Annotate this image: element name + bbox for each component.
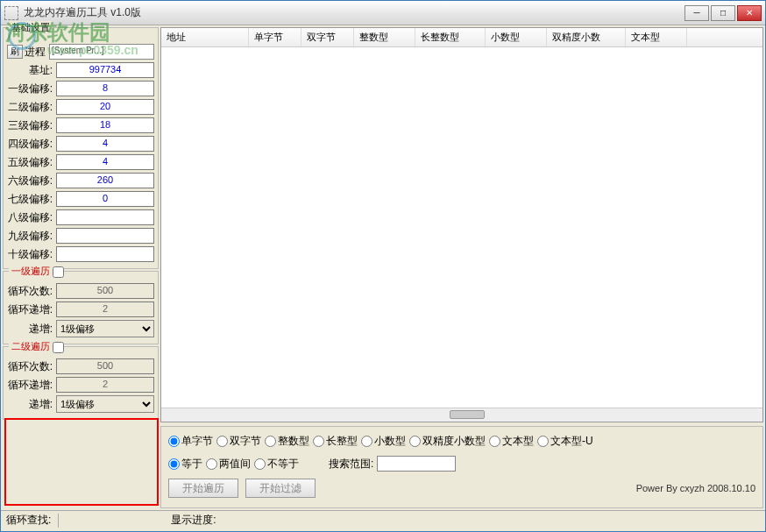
loop-count-input[interactable]: 500	[56, 283, 154, 299]
range-label: 搜索范围:	[329, 457, 373, 472]
offset-label: 十级偏移:	[7, 247, 56, 262]
group-title: 二级遍历	[9, 340, 53, 353]
level2-enable-checkbox[interactable]	[53, 342, 64, 353]
offset-label: 四级偏移:	[7, 137, 56, 152]
process-select[interactable]: [System Pr...]	[49, 44, 154, 60]
column-header[interactable]: 小数型	[486, 28, 547, 46]
offset-input[interactable]: 20	[56, 99, 154, 115]
offset-input[interactable]	[56, 246, 154, 262]
type-radio-2[interactable]: 整数型	[265, 434, 309, 449]
loop-inc-label: 循环递增:	[7, 378, 56, 393]
offset-input[interactable]: 997734	[56, 62, 154, 78]
step-label: 递增:	[7, 397, 56, 412]
status-find-label: 循环查找:	[6, 513, 51, 528]
loop-count-label: 循环次数:	[7, 284, 56, 299]
column-header[interactable]: 文本型	[626, 28, 687, 46]
offset-label: 二级偏移:	[7, 100, 56, 115]
statusbar: 循环查找: 显示进度:	[1, 510, 765, 529]
op-radio-1[interactable]: 两值间	[206, 457, 251, 472]
step-label: 递增:	[7, 322, 56, 337]
minimize-button[interactable]: ─	[684, 5, 709, 21]
op-radio-0[interactable]: 等于	[168, 457, 202, 472]
type-radio-0[interactable]: 单字节	[168, 434, 213, 449]
base-settings-group: 基础设置 刷 进程 [System Pr...] 基址:997734一级偏移:8…	[3, 27, 159, 269]
type-radio-3[interactable]: 长整型	[313, 434, 358, 449]
step-select[interactable]: 1级偏移	[56, 320, 154, 337]
column-header[interactable]: 地址	[161, 28, 249, 46]
status-progress-label: 显示进度:	[171, 513, 216, 528]
level1-enable-checkbox[interactable]	[53, 266, 64, 278]
loop-count-input[interactable]: 500	[56, 358, 154, 374]
column-header[interactable]: 单字节	[249, 28, 301, 46]
type-radio-1[interactable]: 双字节	[216, 434, 261, 449]
offset-input[interactable]	[56, 209, 154, 225]
level2-traverse-group: 二级遍历 循环次数:500 循环递增:2 递增:1级偏移	[3, 346, 159, 420]
group-title: 一级遍历	[9, 265, 53, 278]
offset-input[interactable]: 4	[56, 154, 154, 170]
column-header[interactable]: 长整数型	[415, 28, 486, 46]
start-filter-button[interactable]: 开始过滤	[245, 479, 316, 498]
app-icon	[4, 6, 18, 20]
offset-input[interactable]: 0	[56, 191, 154, 207]
offset-input[interactable]: 8	[56, 81, 154, 96]
offset-input[interactable]	[56, 228, 154, 244]
close-button[interactable]: ✕	[737, 5, 762, 21]
type-radio-5[interactable]: 双精度小数型	[409, 434, 486, 449]
table-header: 地址单字节双字节整数型长整数型小数型双精度小数文本型	[161, 28, 762, 47]
offset-label: 一级偏移:	[7, 82, 56, 96]
table-body[interactable]	[161, 47, 762, 408]
results-table: 地址单字节双字节整数型长整数型小数型双精度小数文本型	[160, 27, 763, 422]
step-select[interactable]: 1级偏移	[56, 395, 154, 413]
loop-inc-label: 循环递增:	[7, 302, 56, 317]
search-group: 单字节双字节整数型长整型小数型双精度小数型文本型文本型-U 等于两值间不等于搜索…	[160, 426, 763, 508]
loop-inc-input[interactable]: 2	[56, 377, 154, 393]
type-radio-6[interactable]: 文本型	[489, 434, 534, 449]
watermark-logo	[8, 22, 36, 50]
loop-count-label: 循环次数:	[7, 359, 56, 374]
horizontal-scrollbar[interactable]	[161, 408, 762, 422]
offset-label: 九级偏移:	[7, 229, 56, 244]
offset-input[interactable]: 18	[56, 117, 154, 133]
titlebar: 龙龙内存遍历工具 v1.0版 ─ □ ✕	[1, 1, 765, 25]
level1-traverse-group: 一级遍历 循环次数:500 循环递增:2 递增:1级偏移	[3, 271, 159, 344]
offset-input[interactable]: 4	[56, 136, 154, 152]
type-radio-4[interactable]: 小数型	[361, 434, 406, 449]
column-header[interactable]: 双精度小数	[547, 28, 626, 46]
maximize-button[interactable]: □	[711, 5, 735, 21]
offset-label: 三级偏移:	[7, 118, 56, 133]
op-radio-2[interactable]: 不等于	[254, 457, 299, 472]
offset-label: 七级偏移:	[7, 192, 56, 207]
window-title: 龙龙内存遍历工具 v1.0版	[24, 5, 684, 20]
credit-text: Power By cxyzh 2008.10.10	[636, 483, 755, 493]
offset-label: 基址:	[7, 63, 56, 78]
offset-label: 六级偏移:	[7, 174, 56, 188]
range-input[interactable]	[377, 456, 456, 472]
start-traverse-button[interactable]: 开始遍历	[168, 479, 238, 498]
type-radio-7[interactable]: 文本型-U	[537, 434, 593, 449]
column-header[interactable]: 双字节	[301, 28, 354, 46]
loop-inc-input[interactable]: 2	[56, 301, 154, 317]
offset-label: 八级偏移:	[7, 210, 56, 225]
column-header[interactable]: 整数型	[354, 28, 415, 46]
offset-input[interactable]: 260	[56, 173, 154, 188]
offset-label: 五级偏移:	[7, 155, 56, 170]
